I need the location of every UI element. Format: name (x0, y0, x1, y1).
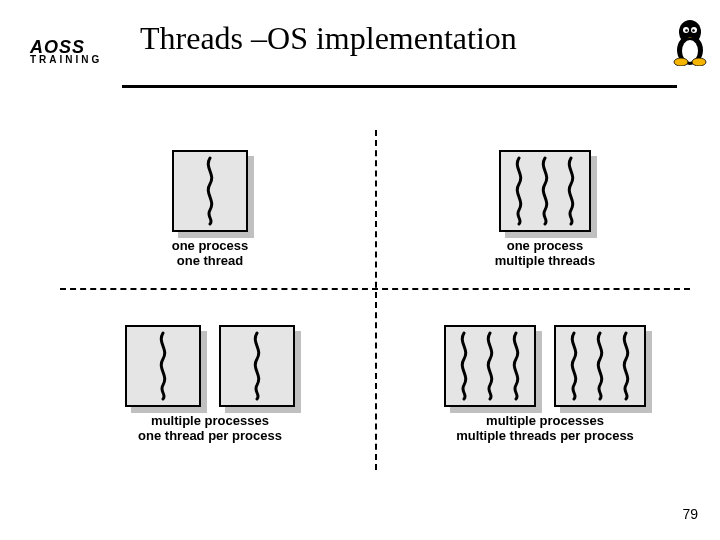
process-box-row (60, 150, 360, 232)
thread-icon (454, 331, 474, 401)
title-underline (122, 85, 677, 88)
cell-multi-process-one-thread: multiple processes one thread per proces… (60, 325, 360, 443)
logo-text-training: TRAINING (30, 54, 102, 65)
process-box (219, 325, 295, 407)
cell-one-process-one-thread: one process one thread (60, 150, 360, 268)
thread-icon (590, 331, 610, 401)
svg-point-8 (692, 58, 706, 66)
svg-point-5 (685, 29, 688, 32)
brand-logo: AOSS TRAINING (30, 40, 102, 65)
slide-header: AOSS TRAINING Threads –OS implementation (0, 10, 720, 80)
process-box (125, 325, 201, 407)
thread-icon (561, 156, 581, 226)
page-number: 79 (682, 506, 698, 522)
cell-one-process-multi-thread: one process multiple threads (395, 150, 695, 268)
thread-icon (564, 331, 584, 401)
thread-icon (153, 331, 173, 401)
thread-icon (509, 156, 529, 226)
thread-icon (616, 331, 636, 401)
process-box-row (395, 325, 695, 407)
thread-model-diagram: one process one thread one process multi… (60, 130, 690, 470)
thread-icon (247, 331, 267, 401)
logo-text-aoss: AOSS (30, 40, 102, 54)
process-box (444, 325, 536, 407)
caption-line2: multiple threads per process (395, 428, 695, 443)
vertical-divider (375, 130, 377, 470)
caption-line1: one process (395, 238, 695, 253)
caption-line2: one thread per process (60, 428, 360, 443)
thread-icon (535, 156, 555, 226)
process-box-row (395, 150, 695, 232)
process-box (554, 325, 646, 407)
horizontal-divider (60, 288, 690, 290)
thread-icon (506, 331, 526, 401)
cell-multi-process-multi-thread: multiple processes multiple threads per … (395, 325, 695, 443)
svg-point-7 (674, 58, 688, 66)
svg-point-6 (692, 29, 695, 32)
caption-line2: multiple threads (395, 253, 695, 268)
process-box (499, 150, 591, 232)
caption-line1: multiple processes (395, 413, 695, 428)
caption-line1: multiple processes (60, 413, 360, 428)
linux-tux-icon (670, 18, 710, 66)
thread-icon (200, 156, 220, 226)
caption-line1: one process (60, 238, 360, 253)
process-box (172, 150, 248, 232)
slide-title: Threads –OS implementation (140, 20, 517, 57)
process-box-row (60, 325, 360, 407)
thread-icon (480, 331, 500, 401)
caption-line2: one thread (60, 253, 360, 268)
